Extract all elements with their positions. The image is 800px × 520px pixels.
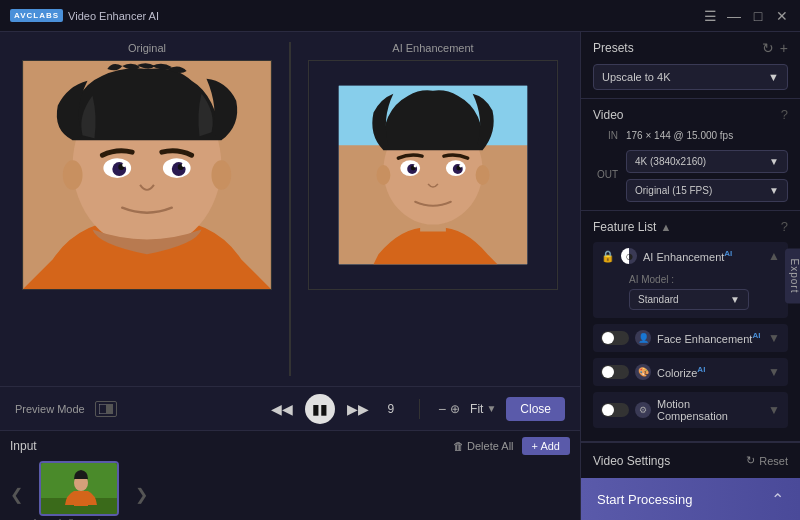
svg-point-27 [376,165,390,185]
ai-enhancement-chevron[interactable]: ▲ [768,249,780,263]
export-label: Export [789,259,800,294]
resolution-value: 4K (3840x2160) [635,156,706,167]
zoom-control: − ⊕ [438,401,460,417]
presets-header: Presets ↻ + [593,40,788,56]
refresh-icon[interactable]: ↻ [762,40,774,56]
input-file-list: ❮ [10,461,570,520]
out-label: OUT [593,169,618,180]
input-title: Input [10,439,37,453]
feature-help-icon[interactable]: ? [781,219,788,234]
svg-point-28 [476,165,490,185]
fit-dropdown[interactable]: Fit ▼ [470,402,496,416]
video-settings-bar: Video Settings ↻ Reset [581,442,800,478]
fps-dropdown[interactable]: Original (15 FPS) ▼ [626,179,788,202]
ai-badge: AI [724,249,732,258]
feature-colorize: 🎨 ColorizeAI ▼ [593,358,788,386]
ai-enhancement-icon: ◑ [621,248,637,264]
pause-button[interactable]: ▮▮ [305,394,335,424]
preset-value: Upscale to 4K [602,71,670,83]
start-processing-button[interactable]: Start Processing ⌃ [581,478,800,520]
delete-all-button[interactable]: 🗑 Delete All [453,440,513,452]
motion-compensation-toggle[interactable] [601,403,629,417]
skip-back-button[interactable]: ◀◀ [269,396,295,422]
delete-all-label: Delete All [467,440,513,452]
trash-icon: 🗑 [453,440,464,452]
controls-divider [419,399,420,419]
fit-chevron-icon: ▼ [486,403,496,414]
ai-model-value: Standard [638,294,679,305]
resolution-chevron-icon: ▼ [769,156,779,167]
window-controls: ☰ — □ ✕ [702,8,790,24]
colorize-name: ColorizeAI [657,365,762,379]
maximize-button[interactable]: □ [750,8,766,24]
feature-title-row: Feature List ▲ [593,220,671,234]
zoom-out-button[interactable]: − [438,401,446,417]
main-layout: Original [0,32,800,520]
preset-chevron-icon: ▼ [768,71,779,83]
add-button[interactable]: + Add [522,437,570,455]
fps-value: Original (15 FPS) [635,185,712,196]
sort-icon[interactable]: ▲ [660,221,671,233]
motion-compensation-chevron[interactable]: ▼ [768,403,780,417]
reset-button[interactable]: ↻ Reset [746,454,788,467]
ai-model-dropdown[interactable]: Standard ▼ [629,289,749,310]
video-info: IN 176 × 144 @ 15.000 fps OUT 4K (3840x2… [593,130,788,202]
titlebar: AVCLABS Video Enhancer AI ☰ — □ ✕ [0,0,800,32]
svg-rect-34 [74,491,88,506]
colorize-icon: 🎨 [635,364,651,380]
feature-list-title: Feature List [593,220,656,234]
motion-toggle-knob [602,404,614,416]
right-panel: Presets ↻ + Upscale to 4K ▼ Video ? IN 1… [580,32,800,520]
svg-point-9 [122,163,126,167]
playback-controls: Preview Mode ◀◀ ▮▮ ▶▶ 9 − ⊕ Fit ▼ Close [0,386,580,430]
feature-ai-enhancement: 🔒 ◑ AI EnhancementAI ▲ AI Model : Standa… [593,242,788,318]
app-logo: AVCLABS Video Enhancer AI [10,9,159,22]
video-in-row: IN 176 × 144 @ 15.000 fps [593,130,788,141]
toggle-knob [602,332,614,344]
svg-point-25 [414,165,417,168]
preview-mode-label: Preview Mode [15,403,85,415]
list-nav-right[interactable]: ❯ [135,485,148,504]
original-label: Original [128,42,166,54]
start-processing-label: Start Processing [597,492,692,507]
original-video-content [23,61,271,289]
frame-number: 9 [381,402,401,416]
ai-model-row: AI Model : Standard ▼ [593,270,788,318]
video-help-icon[interactable]: ? [781,107,788,122]
titlebar-left: AVCLABS Video Enhancer AI [10,9,159,22]
file-item[interactable]: dragonball_mxrejas.3gp [31,461,127,520]
video-settings-title: Video Settings [593,454,670,468]
resolution-dropdown[interactable]: 4K (3840x2160) ▼ [626,150,788,173]
input-actions: 🗑 Delete All + Add [453,437,570,455]
file-thumbnail[interactable] [39,461,119,516]
preview-mode-icon[interactable] [95,401,117,417]
skip-forward-button[interactable]: ▶▶ [345,396,371,422]
svg-point-26 [459,165,462,168]
start-processing-chevron-icon: ⌃ [771,490,784,509]
minimize-button[interactable]: — [726,8,742,24]
colorize-toggle-knob [602,366,614,378]
window-close-button[interactable]: ✕ [774,8,790,24]
original-panel: Original [10,42,284,376]
presets-actions: ↻ + [762,40,788,56]
face-enhancement-toggle[interactable] [601,331,629,345]
original-video-frame [22,60,272,290]
face-enhancement-chevron[interactable]: ▼ [768,331,780,345]
enhanced-video-content [309,61,557,289]
colorize-ai-badge: AI [697,365,705,374]
export-tab[interactable]: Export [785,249,800,304]
face-ai-badge: AI [752,331,760,340]
video-section: Video ? IN 176 × 144 @ 15.000 fps OUT 4K… [581,99,800,211]
add-preset-icon[interactable]: + [780,40,788,56]
menu-icon[interactable]: ☰ [702,8,718,24]
colorize-chevron[interactable]: ▼ [768,365,780,379]
left-panel: Original [0,32,580,520]
svg-rect-30 [106,404,113,414]
close-button[interactable]: Close [506,397,565,421]
presets-section: Presets ↻ + Upscale to 4K ▼ [581,32,800,99]
colorize-toggle[interactable] [601,365,629,379]
lock-icon: 🔒 [601,250,615,263]
fit-label: Fit [470,402,483,416]
list-nav-left[interactable]: ❮ [10,485,23,504]
preset-dropdown[interactable]: Upscale to 4K ▼ [593,64,788,90]
